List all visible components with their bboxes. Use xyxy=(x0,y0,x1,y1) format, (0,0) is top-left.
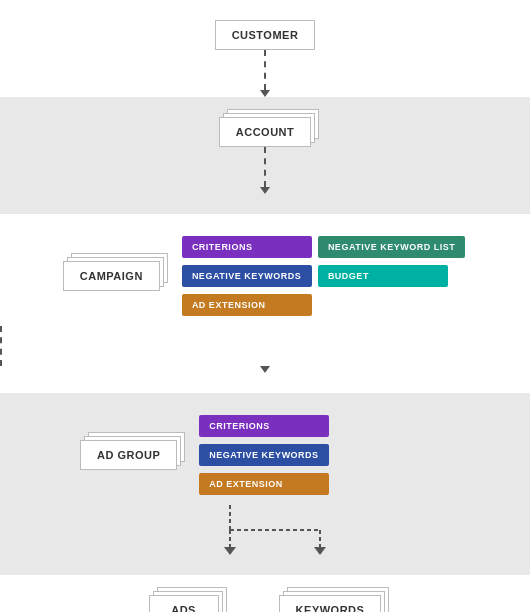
keywords-label: KEYWORDS xyxy=(296,604,365,612)
tag-negative-keywords-campaign-label: NEGATIVE KEYWORDS xyxy=(192,271,301,281)
campaign-tags-row3: AD EXTENSION xyxy=(180,292,467,318)
split-connector-svg xyxy=(165,505,365,555)
account-node: ACCOUNT xyxy=(219,117,312,147)
arrow-customer-account xyxy=(260,90,270,97)
campaign-node-stacked: CAMPAIGN xyxy=(63,261,160,291)
section-bottom: ADS KEYWORDS xyxy=(0,575,530,612)
ads-label: ADS xyxy=(171,604,196,612)
tag-criterions-adgroup-label: CRITERIONS xyxy=(209,421,270,431)
campaign-tags-row1: CRITERIONS NEGATIVE KEYWORD LIST xyxy=(180,234,467,260)
tag-budget-label: BUDGET xyxy=(328,271,369,281)
campaign-tags: CRITERIONS NEGATIVE KEYWORD LIST NEGATIV… xyxy=(180,234,467,318)
svg-marker-3 xyxy=(224,547,236,555)
adgroup-node: AD GROUP xyxy=(80,440,177,470)
tag-criterions-campaign[interactable]: CRITERIONS xyxy=(182,236,312,258)
keywords-node: KEYWORDS xyxy=(279,595,382,612)
tag-ad-extension-adgroup-label: AD EXTENSION xyxy=(209,479,283,489)
customer-node: CUSTOMER xyxy=(215,20,316,50)
arrow-account-campaign xyxy=(260,187,270,194)
tag-criterions-adgroup[interactable]: CRITERIONS xyxy=(199,415,329,437)
adgroup-tags-row3: AD EXTENSION xyxy=(197,471,331,497)
adgroup-tags: CRITERIONS NEGATIVE KEYWORDS AD EXTENSIO… xyxy=(197,413,331,497)
account-node-stacked: ACCOUNT xyxy=(219,117,312,147)
keywords-node-stacked: KEYWORDS xyxy=(279,595,382,612)
adgroup-node-stacked: AD GROUP xyxy=(80,440,177,470)
ads-node: ADS xyxy=(149,595,219,612)
connector-account-campaign xyxy=(264,147,266,187)
ads-node-stacked: ADS xyxy=(149,595,219,612)
tag-negative-keywords-adgroup-label: NEGATIVE KEYWORDS xyxy=(209,450,318,460)
adgroup-tags-row1: CRITERIONS xyxy=(197,413,331,439)
campaign-node: CAMPAIGN xyxy=(63,261,160,291)
tag-ad-extension-campaign[interactable]: AD EXTENSION xyxy=(182,294,312,316)
arrow-campaign-adgroup xyxy=(260,366,270,373)
section-campaign: CAMPAIGN CRITERIONS NEGATIVE KEYWORD LIS… xyxy=(0,214,530,393)
tag-ad-extension-campaign-label: AD EXTENSION xyxy=(192,300,266,310)
campaign-tags-row2: NEGATIVE KEYWORDS BUDGET xyxy=(180,263,467,289)
campaign-label: CAMPAIGN xyxy=(80,270,143,282)
tag-negative-keyword-list[interactable]: NEGATIVE KEYWORD LIST xyxy=(318,236,465,258)
connector-campaign-adgroup xyxy=(0,326,2,366)
adgroup-tags-row2: NEGATIVE KEYWORDS xyxy=(197,442,331,468)
account-label: ACCOUNT xyxy=(236,126,295,138)
tag-ad-extension-adgroup[interactable]: AD EXTENSION xyxy=(199,473,329,495)
tag-criterions-campaign-label: CRITERIONS xyxy=(192,242,253,252)
tag-negative-keyword-list-label: NEGATIVE KEYWORD LIST xyxy=(328,242,455,252)
section-account: ACCOUNT xyxy=(0,97,530,214)
tag-budget[interactable]: BUDGET xyxy=(318,265,448,287)
svg-marker-5 xyxy=(314,547,326,555)
tag-negative-keywords-adgroup[interactable]: NEGATIVE KEYWORDS xyxy=(199,444,329,466)
tag-negative-keywords-campaign[interactable]: NEGATIVE KEYWORDS xyxy=(182,265,312,287)
customer-label: CUSTOMER xyxy=(232,29,299,41)
section-customer: CUSTOMER xyxy=(0,0,530,97)
section-adgroup: AD GROUP CRITERIONS NEGATIVE KEYWORDS AD… xyxy=(0,393,530,575)
connector-customer-account xyxy=(264,50,266,90)
adgroup-label: AD GROUP xyxy=(97,449,160,461)
